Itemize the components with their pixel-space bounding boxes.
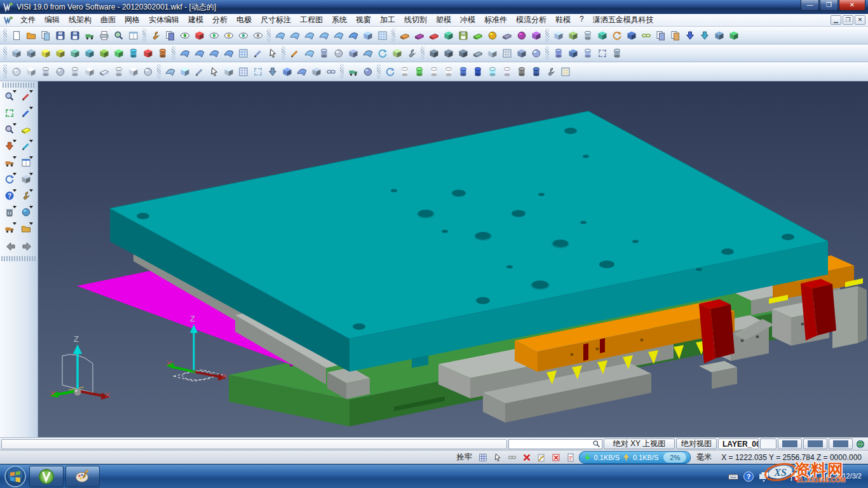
toolbar-icon[interactable] xyxy=(551,28,566,43)
toolbar-icon[interactable] xyxy=(192,46,207,60)
render-tool[interactable] xyxy=(3,155,17,170)
toolbar-icon[interactable] xyxy=(514,28,529,43)
toolbar-icon[interactable] xyxy=(726,28,741,43)
toolbar-icon[interactable] xyxy=(265,64,280,79)
toolbar-icon[interactable] xyxy=(207,46,221,60)
toolbar-icon[interactable] xyxy=(543,64,558,79)
absolute-view-button[interactable]: 绝对视图 xyxy=(676,438,717,449)
toolbar-icon[interactable] xyxy=(97,64,111,79)
toolbar-icon[interactable] xyxy=(360,64,375,79)
menu-item-17[interactable]: 冲模 xyxy=(456,13,480,27)
toolbar-icon[interactable] xyxy=(250,46,265,60)
toolbar-icon[interactable] xyxy=(53,46,67,60)
keyboard-icon[interactable] xyxy=(728,471,739,482)
sketch-tool[interactable] xyxy=(19,105,34,120)
toolbar-icon[interactable] xyxy=(470,28,485,43)
toolbar-icon[interactable] xyxy=(514,46,529,60)
delete-red-icon[interactable] xyxy=(520,451,533,464)
toolbar-icon[interactable] xyxy=(67,64,82,79)
toolbar-icon[interactable] xyxy=(426,28,441,43)
toolbar-icon[interactable] xyxy=(331,46,346,60)
toolbar-icon[interactable] xyxy=(375,46,390,60)
regen-tool[interactable] xyxy=(3,172,17,186)
toolbar-icon[interactable] xyxy=(323,64,338,79)
menu-item-2[interactable]: 编辑 xyxy=(40,13,64,27)
menu-item-9[interactable]: 电极 xyxy=(232,13,256,27)
zoom-region-tool[interactable] xyxy=(3,89,17,104)
snap-grid-icon[interactable] xyxy=(477,451,489,464)
grid-window-tool[interactable] xyxy=(19,155,34,170)
shading-tool[interactable] xyxy=(19,172,34,186)
taskbar-date[interactable]: 2012/3/2 xyxy=(834,472,863,480)
menu-item-22[interactable]: 潇洒五金模具科技 xyxy=(588,13,658,27)
toolbar-icon[interactable] xyxy=(426,46,441,60)
visi-tray-icon[interactable] xyxy=(804,471,815,482)
toolbar-icon[interactable] xyxy=(697,28,712,43)
menu-item-21[interactable]: ? xyxy=(575,13,588,27)
toolbar-icon[interactable] xyxy=(82,46,97,60)
mdi-minimize-button[interactable]: ▁ xyxy=(831,15,841,25)
show-hidden-icons-button[interactable] xyxy=(773,471,785,482)
menu-item-7[interactable]: 建模 xyxy=(184,13,208,27)
toolbar-icon[interactable] xyxy=(682,28,697,43)
toolbar-icon[interactable] xyxy=(192,28,207,43)
toolbar-icon[interactable] xyxy=(236,64,250,79)
toolbar-icon[interactable] xyxy=(177,28,192,43)
toolbar-icon[interactable] xyxy=(514,64,529,79)
zoom-dynamic-tool[interactable] xyxy=(3,122,17,137)
toolbar-icon[interactable] xyxy=(397,64,412,79)
toolbar-icon[interactable] xyxy=(192,64,207,79)
mdi-close-button[interactable]: ✕ xyxy=(855,15,865,25)
taskbar-app-paint[interactable] xyxy=(65,466,100,487)
back-arrow-button[interactable] xyxy=(4,239,18,254)
toolbar-icon[interactable] xyxy=(207,64,221,79)
toolbar-icon[interactable] xyxy=(456,64,470,79)
import-file[interactable] xyxy=(38,28,53,43)
menu-item-19[interactable]: 模流分析 xyxy=(512,13,551,27)
toolbar-icon[interactable] xyxy=(580,46,595,60)
toolbar-icon[interactable] xyxy=(412,64,426,79)
view-swatch-1[interactable] xyxy=(778,438,802,449)
toolbar-icon[interactable] xyxy=(24,64,38,79)
toolbar-icon[interactable] xyxy=(558,64,573,79)
print[interactable] xyxy=(97,28,111,43)
toolbar-icon[interactable] xyxy=(499,64,514,79)
search-box[interactable] xyxy=(508,439,602,449)
toolbar-icon[interactable] xyxy=(412,28,426,43)
cancel-box-icon[interactable] xyxy=(550,451,562,464)
toolbar-icon[interactable] xyxy=(456,46,470,60)
help-tool[interactable]: ? xyxy=(3,188,17,203)
toolbar-icon[interactable] xyxy=(9,64,24,79)
curve-tool[interactable] xyxy=(19,139,34,153)
menu-item-1[interactable]: 文件 xyxy=(16,13,40,27)
toolbar-icon[interactable] xyxy=(163,28,177,43)
toolbar-icon[interactable] xyxy=(485,64,499,79)
start-button[interactable] xyxy=(4,465,27,488)
toolbar-icon[interactable] xyxy=(177,64,192,79)
red-riser-block-left[interactable] xyxy=(699,299,735,363)
toolbar-icon[interactable] xyxy=(404,46,419,60)
toolbar-icon[interactable] xyxy=(294,64,309,79)
toolbar-icon[interactable] xyxy=(580,28,595,43)
toolbar-icon[interactable] xyxy=(287,28,302,43)
print-preview[interactable] xyxy=(111,28,126,43)
toolbar-icon[interactable] xyxy=(609,46,624,60)
red-riser-block-right[interactable] xyxy=(801,279,836,341)
toolbar-icon[interactable] xyxy=(38,64,53,79)
toolbar-icon[interactable] xyxy=(470,64,485,79)
toolbar-icon[interactable] xyxy=(126,64,140,79)
notepad-icon[interactable] xyxy=(535,451,548,464)
toolbar-icon[interactable] xyxy=(111,46,126,60)
toolbar-icon[interactable] xyxy=(97,46,111,60)
import-tool[interactable] xyxy=(19,221,34,236)
units-label[interactable]: 毫米 xyxy=(693,452,715,463)
toolbar-icon[interactable] xyxy=(155,46,170,60)
minimize-button[interactable]: — xyxy=(801,0,819,11)
toolbar-icon[interactable] xyxy=(221,28,236,43)
toolbar-icon[interactable] xyxy=(346,46,360,60)
toolbar-icon[interactable] xyxy=(712,28,726,43)
toolbar-icon[interactable] xyxy=(140,46,155,60)
toolbar-icon[interactable] xyxy=(331,28,346,43)
command-field[interactable] xyxy=(1,439,507,449)
toolbar-icon[interactable] xyxy=(360,28,375,43)
